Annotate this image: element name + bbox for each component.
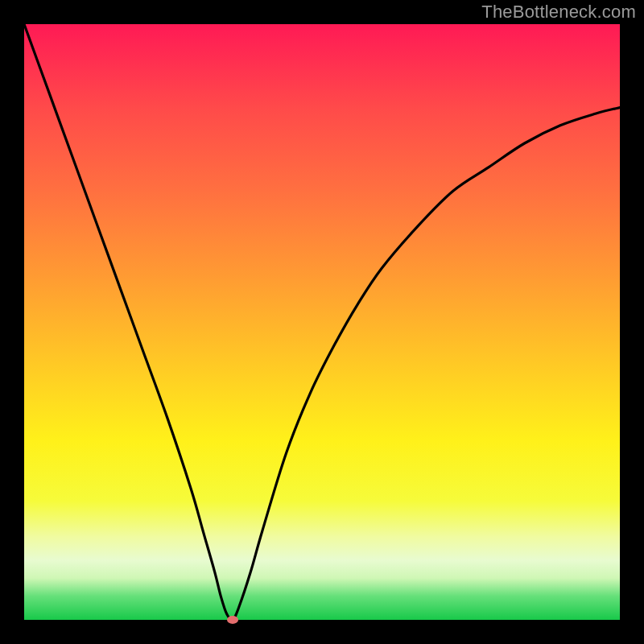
- chart-stage: TheBottleneck.com: [0, 0, 644, 644]
- bottleneck-curve: [24, 24, 620, 620]
- watermark-text: TheBottleneck.com: [481, 2, 636, 23]
- minimum-marker: [227, 616, 238, 624]
- plot-area: [24, 24, 620, 620]
